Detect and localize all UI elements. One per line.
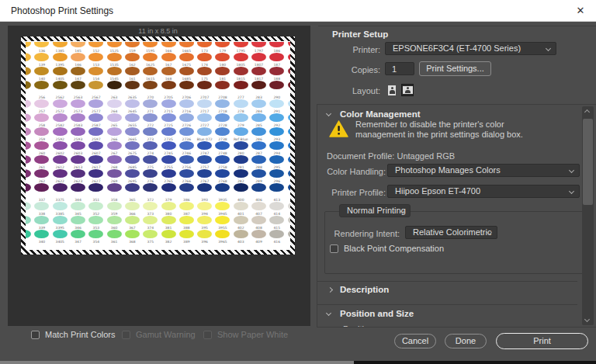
swatch-row: 2612612261326172682685275275527562757275… <box>26 165 290 178</box>
swatch-oval <box>34 202 49 210</box>
swatch-label <box>286 49 290 53</box>
swatch: 295 <box>268 165 286 178</box>
swatch-row: 2622622262326272692695276276527662767276… <box>26 179 290 192</box>
swatch <box>26 95 33 108</box>
layout-portrait-icon[interactable] <box>386 84 398 96</box>
swatch: 409 <box>250 240 268 244</box>
position-size-header[interactable]: Position and Size <box>340 309 414 318</box>
swatch: 291 <box>268 109 286 122</box>
scroll-down-icon[interactable] <box>584 317 590 322</box>
layout-landscape-icon[interactable] <box>401 84 414 96</box>
swatch: 2603 <box>69 151 87 164</box>
swatch-oval <box>234 127 248 136</box>
match-print-colors-checkbox[interactable] <box>31 331 40 339</box>
swatch-label: 386 <box>178 198 196 202</box>
swatch-label: 2716 <box>178 109 196 113</box>
swatch: 2593 <box>69 137 87 150</box>
printer-dropdown[interactable]: EPSONE6F3C4 (ET-4700 Series) <box>385 42 556 55</box>
swatch-oval <box>143 113 158 122</box>
swatch-label: 2758 <box>213 165 231 169</box>
swatch-oval <box>161 113 176 122</box>
scrollbar-thumb[interactable] <box>583 119 593 205</box>
collapse-chevron-icon[interactable] <box>326 310 331 316</box>
swatch-oval <box>71 67 85 75</box>
printer-setup-header: Printer Setup <box>332 29 388 39</box>
swatch-label: 2755 <box>159 165 177 169</box>
swatch-oval <box>26 67 31 75</box>
swatch: 415 <box>268 226 286 238</box>
swatch-oval <box>161 216 176 224</box>
cancel-button[interactable]: Cancel <box>394 334 436 348</box>
expand-chevron-icon[interactable] <box>327 287 333 293</box>
swatch-oval <box>26 53 31 61</box>
swatch-oval <box>197 202 212 210</box>
swatch-label: 2767 <box>196 179 213 183</box>
done-button[interactable]: Done <box>445 334 487 348</box>
swatch: 152 <box>87 49 105 61</box>
swatch-label: 2748 <box>213 151 231 155</box>
collapse-chevron-icon[interactable] <box>326 111 331 116</box>
swatch <box>69 42 87 47</box>
swatch-oval <box>269 42 284 47</box>
swatch-label <box>26 77 33 81</box>
swatch-label: 268 <box>105 165 123 169</box>
scroll-up-icon[interactable] <box>584 109 590 115</box>
color-handling-dropdown[interactable]: Photoshop Manages Colors <box>387 164 580 177</box>
swatch: 1525 <box>105 49 123 61</box>
swatch-label <box>26 49 33 53</box>
swatch-label: 367 <box>123 226 141 230</box>
swatch-label: 3405 <box>51 240 69 244</box>
swatch: 366 <box>123 212 141 224</box>
print-settings-button[interactable]: Print Settings... <box>419 61 491 76</box>
swatch-label: 1545 <box>105 77 123 81</box>
description-header[interactable]: Description <box>340 285 389 294</box>
swatch-label: 352 <box>87 212 105 216</box>
swatch-oval <box>143 155 158 164</box>
swatch <box>26 77 33 89</box>
swatch-label: 2765 <box>159 179 177 183</box>
swatch: 2607 <box>87 151 105 164</box>
swatch-label: 406 <box>250 198 268 202</box>
copies-input[interactable] <box>385 62 414 75</box>
swatch-oval <box>179 202 194 210</box>
swatch-label: 3385 <box>51 212 69 216</box>
swatch <box>196 42 213 47</box>
swatch: 279 <box>232 123 250 136</box>
swatch-label: 262 <box>33 179 50 183</box>
black-point-checkbox[interactable] <box>330 244 338 253</box>
swatch-oval <box>251 155 266 164</box>
swatch-oval <box>26 127 31 136</box>
printer-profile-dropdown[interactable]: Hiipoo Epson ET-4700 <box>387 185 580 198</box>
swatch: 414 <box>268 212 286 224</box>
swatch-oval <box>26 202 31 210</box>
print-button[interactable]: Print <box>496 333 588 349</box>
swatch-label: 360 <box>105 226 123 230</box>
swatch: 338 <box>33 212 50 224</box>
scrollbar[interactable] <box>582 106 594 325</box>
swatch-oval <box>215 81 230 89</box>
swatch <box>286 226 290 238</box>
swatch-oval <box>88 230 103 238</box>
swatch: 2757 <box>196 165 213 178</box>
swatch-oval <box>125 155 140 164</box>
swatch: 268 <box>105 165 123 178</box>
swatch-oval <box>53 155 68 164</box>
swatch-oval <box>71 42 85 47</box>
swatch-label: 338 <box>33 212 50 216</box>
swatch-oval <box>107 67 122 75</box>
swatch-label: 3935 <box>213 198 231 202</box>
close-icon[interactable]: ✕ <box>573 4 588 18</box>
show-paper-white-checkbox <box>203 331 212 339</box>
rendering-intent-dropdown[interactable]: Relative Colorimetric <box>405 226 497 239</box>
swatch: 367 <box>123 226 141 238</box>
color-management-header[interactable]: Color Management <box>340 109 421 119</box>
swatch: 280 <box>232 151 250 164</box>
swatch-label: 146 <box>69 63 87 67</box>
swatch-oval <box>53 113 68 122</box>
swatch: 345 <box>69 212 87 224</box>
printing-mode-dropdown[interactable]: Normal Printing <box>339 204 411 217</box>
swatch: 145 <box>69 49 87 61</box>
swatch-label: 154 <box>87 77 105 81</box>
swatch-label: 174 <box>196 63 213 67</box>
swatch-oval <box>215 155 230 164</box>
